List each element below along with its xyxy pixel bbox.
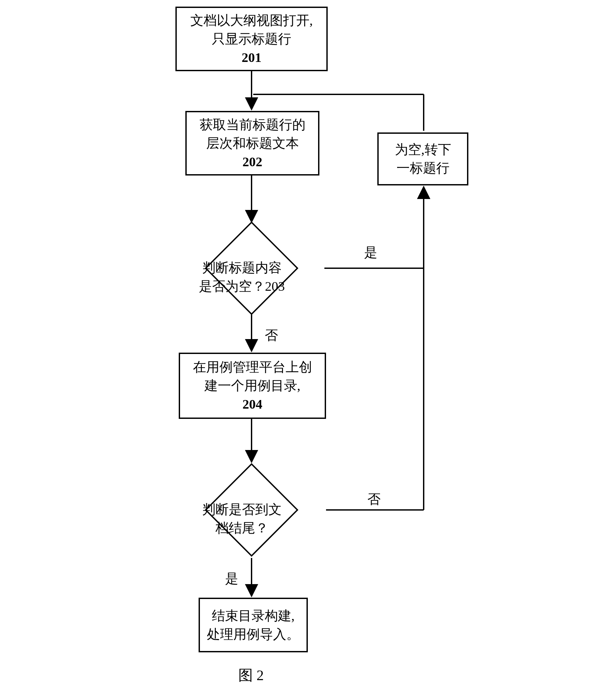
step-end-line1: 结束目录构建, (212, 607, 295, 625)
step-204: 在用例管理平台上创 建一个用例目录, 204 (179, 353, 326, 419)
step-side: 为空,转下 一标题行 (377, 132, 468, 185)
step-side-line2: 一标题行 (396, 159, 449, 178)
flowlines (0, 0, 613, 700)
step-202-line2: 层次和标题文本 (206, 134, 299, 153)
label-no-1: 否 (265, 326, 278, 345)
decision-end: 判断是否到文档结尾？ (205, 463, 299, 557)
step-204-line2: 建一个用例目录, (205, 376, 301, 395)
label-no-2: 否 (367, 490, 381, 508)
step-202: 获取当前标题行的 层次和标题文本 202 (185, 111, 319, 176)
figure-caption: 图 2 (238, 665, 264, 685)
step-201: 文档以大纲视图打开, 只显示标题行 201 (175, 7, 328, 71)
step-side-line1: 为空,转下 (395, 140, 451, 159)
step-202-line1: 获取当前标题行的 (199, 116, 305, 134)
decision-203: 判断标题内容是否为空？203 (205, 221, 299, 315)
label-yes-1: 是 (364, 243, 377, 262)
step-201-line1: 文档以大纲视图打开, (190, 11, 313, 30)
step-end-line2: 处理用例导入。 (207, 625, 300, 644)
step-end: 结束目录构建, 处理用例导入。 (199, 598, 308, 652)
step-202-number: 202 (243, 153, 262, 171)
decision-end-text: 判断是否到文档结尾？ (197, 500, 286, 537)
label-yes-2: 是 (225, 570, 238, 588)
step-204-line1: 在用例管理平台上创 (193, 358, 312, 376)
step-201-number: 201 (242, 48, 261, 67)
step-201-line2: 只显示标题行 (212, 30, 291, 48)
decision-203-text: 判断标题内容是否为空？203 (197, 259, 286, 296)
step-204-number: 204 (243, 395, 262, 414)
